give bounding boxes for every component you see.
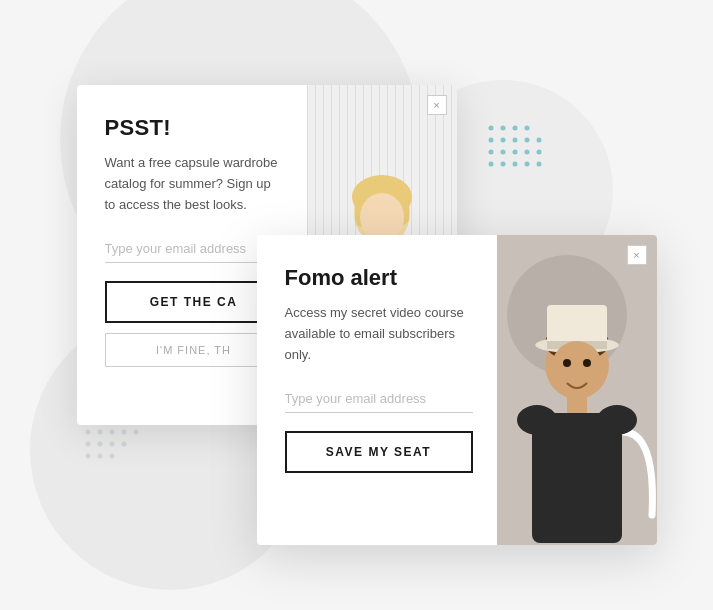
card-psst-close-button[interactable]: ×: [427, 95, 447, 115]
cards-wrapper: × PSST! Want a free capsule wardrobe cat…: [57, 45, 657, 565]
card-fomo: × Fomo alert Access my secret video cour…: [257, 235, 657, 545]
svg-rect-71: [567, 395, 587, 415]
card-fomo-inner: × Fomo alert Access my secret video cour…: [257, 235, 657, 545]
svg-point-73: [517, 405, 557, 435]
svg-point-45: [360, 193, 404, 241]
card-fomo-close-button[interactable]: ×: [627, 245, 647, 265]
close-icon: ×: [633, 249, 639, 261]
svg-point-69: [563, 359, 571, 367]
svg-point-70: [583, 359, 591, 367]
card-psst-title: PSST!: [105, 115, 283, 141]
card-psst-description: Want a free capsule wardrobe catalog for…: [105, 153, 283, 215]
card-fomo-title: Fomo alert: [285, 265, 473, 291]
card-fomo-image-area: [497, 235, 657, 545]
card-fomo-primary-button[interactable]: SAVE MY SEAT: [285, 431, 473, 473]
card-fomo-content: Fomo alert Access my secret video course…: [257, 235, 497, 545]
card-fomo-email-input[interactable]: [285, 385, 473, 413]
close-icon: ×: [433, 99, 439, 111]
man-illustration: [497, 235, 657, 545]
card-fomo-description: Access my secret video course available …: [285, 303, 473, 365]
svg-point-74: [597, 405, 637, 435]
